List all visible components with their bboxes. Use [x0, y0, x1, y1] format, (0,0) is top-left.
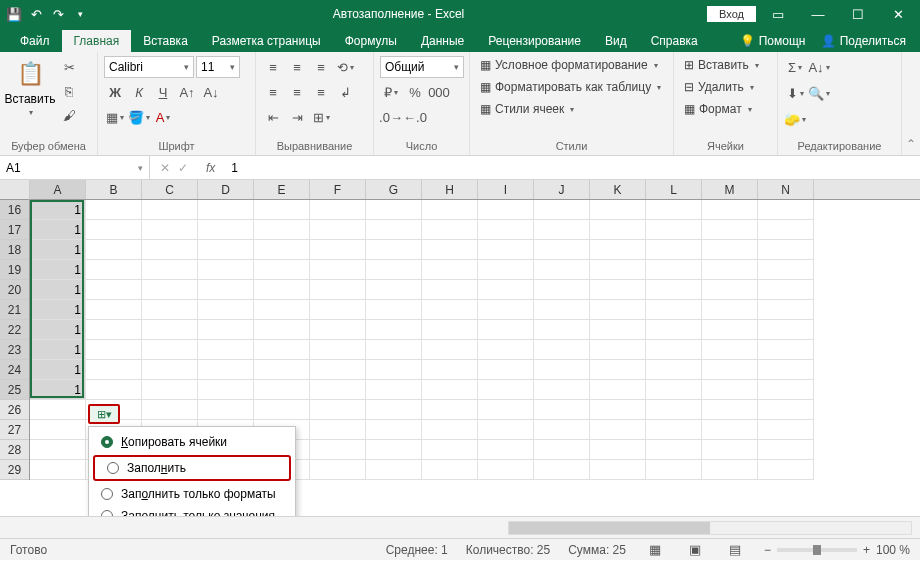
cell[interactable] — [254, 400, 310, 420]
cell[interactable] — [310, 260, 366, 280]
cell[interactable] — [590, 440, 646, 460]
cell[interactable] — [254, 200, 310, 220]
tab-data[interactable]: Данные — [409, 30, 476, 52]
cell[interactable] — [198, 280, 254, 300]
insert-cells-button[interactable]: ⊞Вставить▾ — [680, 56, 763, 74]
col-header[interactable]: D — [198, 180, 254, 199]
row-header[interactable]: 27 — [0, 420, 29, 440]
cell[interactable] — [534, 280, 590, 300]
fx-icon[interactable]: fx — [198, 161, 223, 175]
indent-dec-icon[interactable]: ⇤ — [262, 106, 284, 128]
cell[interactable] — [646, 420, 702, 440]
orientation-icon[interactable]: ⟲▾ — [334, 56, 356, 78]
cell[interactable] — [254, 380, 310, 400]
cell[interactable] — [310, 320, 366, 340]
cell[interactable] — [30, 440, 86, 460]
border-icon[interactable]: ▦▾ — [104, 106, 126, 128]
col-header[interactable]: G — [366, 180, 422, 199]
cell[interactable] — [702, 360, 758, 380]
bold-button[interactable]: Ж — [104, 81, 126, 103]
zoom-slider[interactable] — [777, 548, 857, 552]
cell[interactable] — [534, 380, 590, 400]
cell[interactable] — [310, 460, 366, 480]
tab-layout[interactable]: Разметка страницы — [200, 30, 333, 52]
redo-icon[interactable]: ↷ — [48, 4, 68, 24]
cell[interactable] — [702, 280, 758, 300]
autofill-option[interactable]: Заполнить только значения — [89, 505, 295, 516]
cell[interactable] — [198, 240, 254, 260]
cell[interactable] — [534, 220, 590, 240]
cell[interactable] — [590, 400, 646, 420]
font-color-icon[interactable]: A▾ — [152, 106, 174, 128]
cell[interactable] — [366, 380, 422, 400]
cell[interactable]: 1 — [30, 240, 86, 260]
autosum-icon[interactable]: Σ▾ — [784, 56, 806, 78]
align-mid-icon[interactable]: ≡ — [286, 56, 308, 78]
cell[interactable] — [758, 380, 814, 400]
cell[interactable] — [198, 260, 254, 280]
cell[interactable]: 1 — [30, 280, 86, 300]
cell[interactable] — [702, 400, 758, 420]
col-header[interactable]: I — [478, 180, 534, 199]
cell[interactable] — [590, 320, 646, 340]
cell[interactable] — [422, 360, 478, 380]
cell[interactable]: 1 — [30, 360, 86, 380]
row-header[interactable]: 28 — [0, 440, 29, 460]
cell[interactable] — [422, 240, 478, 260]
cell[interactable] — [478, 340, 534, 360]
row-header[interactable]: 19 — [0, 260, 29, 280]
find-icon[interactable]: 🔍▾ — [808, 82, 830, 104]
cell[interactable] — [422, 280, 478, 300]
cell[interactable] — [30, 460, 86, 480]
cell[interactable] — [646, 240, 702, 260]
dec-dec-icon[interactable]: ←.0 — [404, 106, 426, 128]
cell[interactable] — [590, 240, 646, 260]
cell[interactable] — [142, 220, 198, 240]
cell[interactable] — [702, 440, 758, 460]
horizontal-scrollbar[interactable] — [508, 521, 912, 535]
cell[interactable] — [478, 300, 534, 320]
cancel-formula-icon[interactable]: ✕ — [160, 161, 170, 175]
cell[interactable] — [758, 300, 814, 320]
cell[interactable] — [478, 260, 534, 280]
row-header[interactable]: 23 — [0, 340, 29, 360]
cell[interactable] — [86, 380, 142, 400]
cell[interactable] — [534, 440, 590, 460]
cell[interactable] — [590, 340, 646, 360]
autofill-options-button[interactable]: ⊞▾ — [88, 404, 120, 424]
indent-inc-icon[interactable]: ⇥ — [286, 106, 308, 128]
maximize-icon[interactable]: ☐ — [840, 0, 876, 28]
cell[interactable] — [142, 400, 198, 420]
cell[interactable] — [254, 260, 310, 280]
col-header[interactable]: J — [534, 180, 590, 199]
cell[interactable] — [254, 300, 310, 320]
cell[interactable] — [86, 360, 142, 380]
col-header[interactable]: M — [702, 180, 758, 199]
cell[interactable] — [142, 360, 198, 380]
cell[interactable] — [534, 240, 590, 260]
formula-bar[interactable]: 1 — [223, 161, 920, 175]
cell[interactable] — [310, 300, 366, 320]
cell[interactable] — [310, 400, 366, 420]
cell[interactable] — [478, 380, 534, 400]
cell[interactable] — [758, 340, 814, 360]
cell[interactable] — [310, 360, 366, 380]
cell[interactable] — [702, 200, 758, 220]
format-table-button[interactable]: ▦Форматировать как таблицу▾ — [476, 78, 665, 96]
zoom-out-icon[interactable]: − — [764, 543, 771, 557]
view-normal-icon[interactable]: ▦ — [644, 539, 666, 561]
cell[interactable] — [422, 400, 478, 420]
cell[interactable] — [758, 280, 814, 300]
underline-button[interactable]: Ч — [152, 81, 174, 103]
copy-icon[interactable]: ⎘ — [58, 80, 80, 102]
cell[interactable] — [478, 420, 534, 440]
cell[interactable] — [142, 320, 198, 340]
font-size-combo[interactable]: 11▾ — [196, 56, 240, 78]
view-layout-icon[interactable]: ▣ — [684, 539, 706, 561]
tab-formulas[interactable]: Формулы — [333, 30, 409, 52]
close-icon[interactable]: ✕ — [880, 0, 916, 28]
cell[interactable] — [534, 340, 590, 360]
cell[interactable] — [590, 280, 646, 300]
cell[interactable]: 1 — [30, 260, 86, 280]
cell[interactable] — [478, 460, 534, 480]
